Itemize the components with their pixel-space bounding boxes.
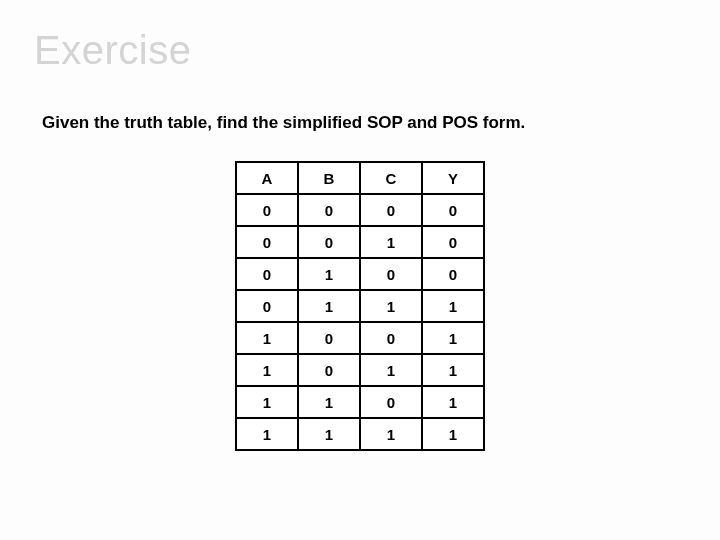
table-cell: 0 [236,258,298,290]
truth-table: A B C Y 00000010010001111001101111011111 [235,161,485,451]
table-row: 1011 [236,354,484,386]
table-cell: 0 [298,226,360,258]
table-row: 1111 [236,418,484,450]
table-cell: 1 [298,290,360,322]
table-row: 1001 [236,322,484,354]
table-cell: 0 [360,258,422,290]
table-cell: 0 [236,194,298,226]
table-cell: 0 [360,322,422,354]
table-cell: 1 [298,418,360,450]
table-cell: 0 [236,226,298,258]
col-header: B [298,162,360,194]
table-row: 0010 [236,226,484,258]
table-cell: 0 [298,194,360,226]
table-cell: 0 [236,290,298,322]
table-row: 0000 [236,194,484,226]
table-cell: 0 [360,386,422,418]
table-cell: 1 [422,418,484,450]
table-cell: 1 [236,386,298,418]
table-body: 00000010010001111001101111011111 [236,194,484,450]
table-cell: 1 [422,322,484,354]
table-row: 0100 [236,258,484,290]
table-cell: 1 [360,354,422,386]
slide: Exercise Given the truth table, find the… [0,0,720,540]
table-cell: 0 [422,194,484,226]
table-header-row: A B C Y [236,162,484,194]
exercise-prompt: Given the truth table, find the simplifi… [42,113,686,133]
table-cell: 1 [360,226,422,258]
table-cell: 0 [422,226,484,258]
table-row: 0111 [236,290,484,322]
table-cell: 0 [298,354,360,386]
table-row: 1101 [236,386,484,418]
table-cell: 1 [298,386,360,418]
table-cell: 1 [236,322,298,354]
table-cell: 1 [298,258,360,290]
table-cell: 1 [360,290,422,322]
col-header: Y [422,162,484,194]
page-title: Exercise [34,28,686,73]
table-cell: 0 [422,258,484,290]
col-header: A [236,162,298,194]
table-cell: 1 [422,354,484,386]
col-header: C [360,162,422,194]
table-cell: 1 [236,418,298,450]
table-cell: 1 [422,386,484,418]
table-cell: 1 [360,418,422,450]
table-cell: 1 [422,290,484,322]
table-cell: 0 [298,322,360,354]
table-cell: 1 [236,354,298,386]
table-cell: 0 [360,194,422,226]
